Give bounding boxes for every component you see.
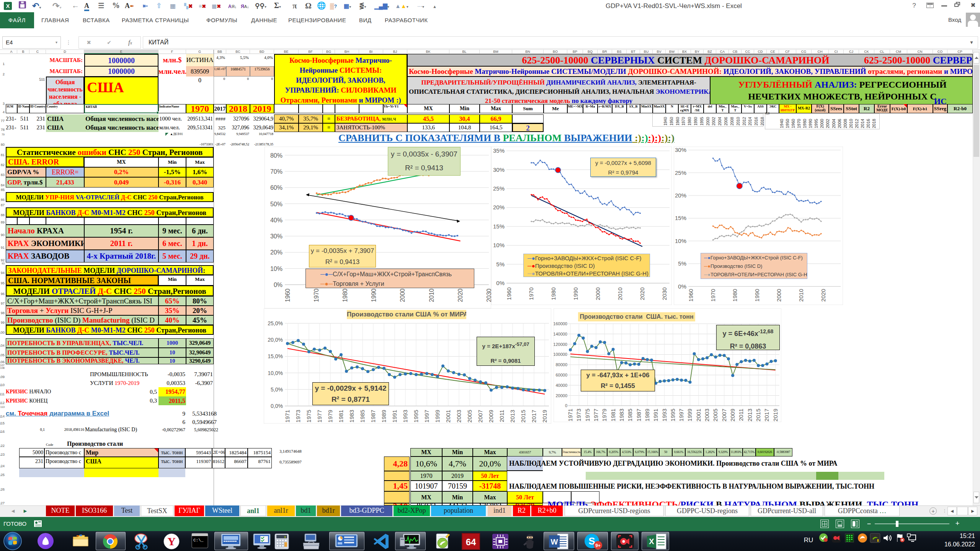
svg-text:9+: 9+ — [595, 543, 601, 548]
svg-text:0: 0 — [284, 535, 286, 539]
svg-text:5%: 5% — [496, 261, 505, 267]
svg-text:1989: 1989 — [644, 409, 650, 421]
svg-text:25%: 25% — [675, 170, 686, 176]
svg-text:1987: 1987 — [635, 409, 642, 421]
svg-text:2001: 2001 — [695, 409, 702, 421]
svg-text:1993: 1993 — [402, 410, 408, 422]
svg-text:1981: 1981 — [338, 410, 344, 422]
svg-text:1973: 1973 — [295, 410, 301, 422]
svg-text:1991: 1991 — [391, 410, 398, 422]
svg-text:1995: 1995 — [670, 409, 676, 421]
svg-text:2015: 2015 — [520, 410, 526, 422]
svg-text:10%: 10% — [270, 266, 283, 272]
svg-text:1993: 1993 — [661, 409, 668, 421]
svg-text:25,0%: 25,0% — [268, 320, 283, 326]
svg-text:1983: 1983 — [618, 409, 625, 421]
svg-text:1975: 1975 — [305, 410, 312, 422]
svg-text:1985: 1985 — [627, 409, 633, 421]
svg-text:10%: 10% — [675, 238, 686, 244]
svg-text:1960: 1960 — [284, 289, 291, 302]
svg-text:2003: 2003 — [704, 409, 710, 421]
svg-text:35%: 35% — [493, 147, 505, 154]
svg-text:1980: 1980 — [550, 287, 557, 300]
svg-text:30%: 30% — [493, 166, 505, 173]
svg-text:80%: 80% — [270, 152, 283, 159]
svg-text:0: 0 — [565, 403, 567, 408]
svg-text:W: W — [551, 538, 558, 546]
svg-text:2030: 2030 — [486, 289, 491, 302]
svg-text:1971: 1971 — [284, 410, 291, 422]
svg-text:2017: 2017 — [531, 410, 537, 422]
svg-text:1970: 1970 — [710, 289, 716, 302]
svg-text:2015: 2015 — [755, 409, 761, 421]
svg-text:5%: 5% — [678, 260, 686, 267]
svg-text:2000: 2000 — [595, 287, 601, 300]
svg-text:120000: 120000 — [554, 342, 567, 347]
svg-text:2020: 2020 — [457, 289, 464, 302]
svg-text:100000: 100000 — [554, 352, 567, 357]
svg-text:2011: 2011 — [738, 409, 744, 421]
svg-text:1980: 1980 — [732, 289, 738, 302]
svg-text:1979: 1979 — [327, 410, 333, 422]
svg-text:1990: 1990 — [371, 289, 377, 302]
svg-text:2019: 2019 — [772, 409, 779, 421]
svg-text:1985: 1985 — [359, 410, 366, 422]
svg-text:1990: 1990 — [754, 289, 760, 302]
svg-text:10,0%: 10,0% — [268, 370, 283, 376]
svg-text:2019: 2019 — [541, 410, 548, 422]
svg-text:0%: 0% — [496, 280, 505, 286]
svg-text:70%: 70% — [270, 168, 283, 175]
svg-text:1970: 1970 — [528, 287, 534, 300]
svg-text:30%: 30% — [270, 233, 283, 240]
svg-text:2005: 2005 — [466, 410, 473, 422]
svg-text:20%: 20% — [493, 204, 505, 210]
svg-text:10%: 10% — [493, 242, 505, 248]
svg-text:2000: 2000 — [776, 289, 782, 302]
svg-text:2017: 2017 — [763, 409, 770, 421]
svg-text:1999: 1999 — [434, 410, 441, 422]
svg-text:25%: 25% — [493, 185, 505, 192]
svg-text:1999: 1999 — [686, 409, 693, 421]
svg-text:20,0%: 20,0% — [268, 337, 283, 343]
svg-text:1989: 1989 — [381, 410, 387, 422]
svg-text:2010: 2010 — [428, 289, 435, 302]
svg-text:2020: 2020 — [820, 289, 826, 302]
svg-text:0%: 0% — [678, 283, 686, 290]
svg-text:1977: 1977 — [316, 410, 323, 422]
svg-text:2030: 2030 — [661, 287, 668, 300]
svg-text:5,0%: 5,0% — [271, 386, 283, 393]
svg-text:1995: 1995 — [413, 410, 419, 422]
svg-text:2013: 2013 — [509, 410, 516, 422]
svg-text:0%: 0% — [274, 282, 283, 288]
svg-text:C:\_: C:\_ — [193, 538, 204, 543]
svg-text:2009: 2009 — [488, 410, 494, 422]
svg-text:20%: 20% — [675, 192, 686, 199]
svg-text:1980: 1980 — [342, 289, 348, 302]
svg-text:2000: 2000 — [399, 289, 406, 302]
svg-text:60%: 60% — [270, 184, 283, 191]
svg-text:1960: 1960 — [506, 287, 512, 300]
svg-text:2011: 2011 — [498, 410, 505, 422]
svg-text:2013: 2013 — [746, 409, 753, 421]
svg-text:2007: 2007 — [721, 409, 727, 421]
svg-text:2007: 2007 — [477, 410, 483, 422]
svg-text:1987: 1987 — [370, 410, 376, 422]
svg-text:20000: 20000 — [555, 393, 567, 398]
svg-text:1960: 1960 — [688, 289, 694, 302]
svg-text:1997: 1997 — [423, 410, 430, 422]
svg-text:2020: 2020 — [639, 287, 645, 300]
svg-text:2010: 2010 — [798, 289, 804, 302]
svg-text:1990: 1990 — [572, 287, 579, 300]
svg-text:40%: 40% — [270, 217, 283, 223]
svg-text:64: 64 — [466, 537, 476, 547]
svg-text:1971: 1971 — [567, 409, 573, 421]
svg-text:80000: 80000 — [555, 362, 567, 367]
svg-text:1977: 1977 — [593, 409, 599, 421]
svg-text:1973: 1973 — [575, 409, 582, 421]
svg-text:1983: 1983 — [348, 410, 355, 422]
svg-text:2010: 2010 — [617, 287, 623, 300]
svg-text:2003: 2003 — [456, 410, 462, 422]
svg-text:Y: Y — [167, 535, 176, 548]
svg-text:1975: 1975 — [584, 409, 591, 421]
svg-text:50%: 50% — [270, 201, 283, 207]
